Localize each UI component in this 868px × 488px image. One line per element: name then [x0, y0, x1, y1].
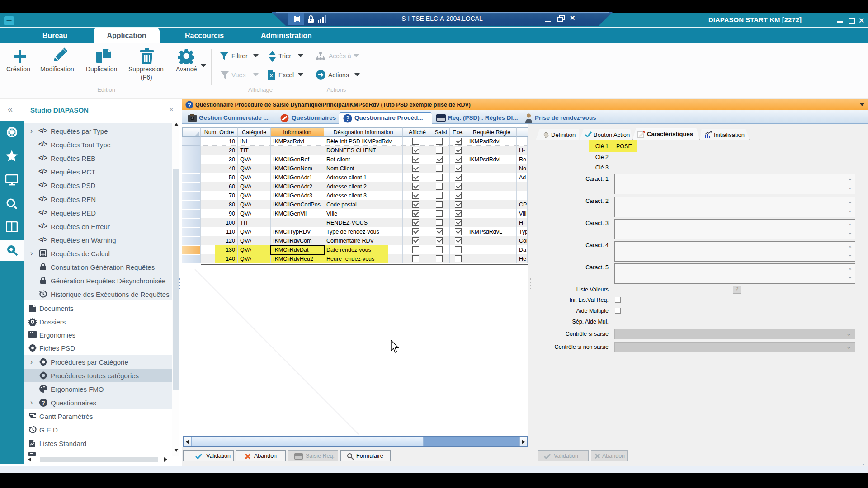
svg-text:x: x: [270, 72, 273, 79]
svg-text:?: ?: [346, 115, 350, 122]
svg-text:?: ?: [188, 102, 191, 108]
svg-text:?: ?: [42, 400, 45, 406]
